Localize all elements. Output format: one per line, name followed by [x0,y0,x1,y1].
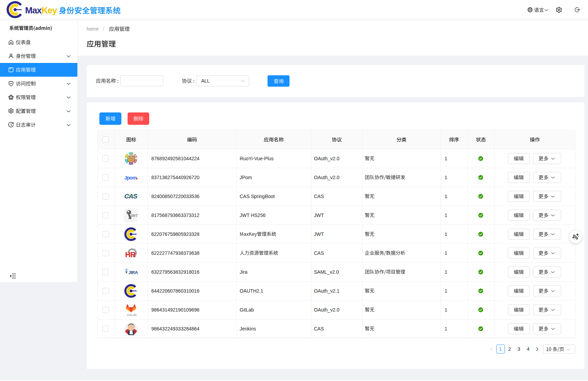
svg-text:JWT: JWT [130,213,138,217]
svg-text:HR: HR [125,250,136,259]
svg-text:JIRA: JIRA [129,270,138,275]
svg-text:GitLab: GitLab [127,313,137,317]
svg-text:CAS: CAS [124,193,138,200]
svg-text:Jpom: Jpom [124,175,137,180]
